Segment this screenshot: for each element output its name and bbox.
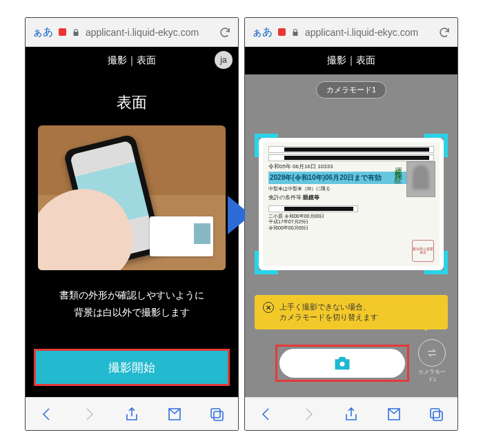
drivers-license-preview: 令和05年 06月16日 10333 2028年(令和10年)06月20日まで有… (263, 142, 440, 266)
license-address-row (268, 154, 434, 161)
camera-screen: カメラモード1 令和05年 06月16日 10333 2028年(令和10年)0… (245, 74, 457, 397)
svg-point-2 (339, 361, 345, 367)
start-capture-button[interactable]: 撮影開始 (34, 349, 230, 386)
license-type-vertical: 運転免許証 (393, 161, 404, 172)
instruction-screen: 表面 書類の外形が確認しやすいように 背景は白以外で撮影します 撮影開始 (26, 74, 238, 397)
text-size-control[interactable]: ぁあ (32, 26, 53, 39)
svg-rect-0 (211, 409, 220, 418)
forward-icon (80, 405, 98, 423)
lock-icon (72, 28, 80, 37)
license-name-row (268, 146, 434, 153)
tip-banner: ✕ 上手く撮影できない場合、 カメラモードを切り替えます (255, 295, 448, 329)
license-number-row (268, 205, 358, 212)
issuer-stamp: 愛知県公安委員会 (412, 240, 434, 262)
page-title: 表面 (26, 74, 238, 125)
license-photo (406, 161, 435, 197)
bookmarks-icon[interactable] (166, 405, 184, 423)
phone-right: ぁあ applicant-i.liquid-ekyc.com 撮影｜表面 カメラ… (244, 17, 458, 431)
svg-rect-3 (431, 409, 440, 418)
app-header: 撮影｜表面 ja (26, 47, 238, 74)
share-icon[interactable] (342, 405, 360, 423)
close-tip-icon[interactable]: ✕ (263, 302, 274, 313)
browser-url-bar: ぁあ applicant-i.liquid-ekyc.com (245, 18, 457, 47)
recording-indicator-icon (59, 28, 66, 36)
forward-icon (299, 405, 317, 423)
example-photo (38, 125, 226, 270)
app-header-title: 撮影｜表面 (327, 54, 375, 67)
tip-line: 上手く撮影できない場合、 (279, 302, 378, 312)
shutter-button[interactable] (279, 349, 405, 378)
url-text[interactable]: applicant-i.liquid-ekyc.com (305, 27, 433, 38)
tabs-icon[interactable] (208, 405, 226, 423)
camera-mode-chip: カメラモード1 (316, 81, 386, 99)
instruction-text: 書類の外形が確認しやすいように 背景は白以外で撮影します (26, 270, 238, 332)
scan-frame: 令和05年 06月16日 10333 2028年(令和10年)06月20日まで有… (257, 136, 445, 272)
bookmarks-icon[interactable] (385, 405, 403, 423)
tabs-icon[interactable] (427, 405, 445, 423)
phone-left: ぁあ applicant-i.liquid-ekyc.com 撮影｜表面 ja … (25, 17, 239, 431)
shutter-highlight (275, 345, 409, 382)
browser-url-bar: ぁあ applicant-i.liquid-ekyc.com (26, 18, 238, 47)
app-header-title: 撮影｜表面 (108, 54, 156, 67)
camera-icon (333, 355, 352, 371)
back-icon[interactable] (38, 405, 56, 423)
switch-camera-mode-button[interactable]: カメラモード1 (416, 339, 448, 383)
recording-indicator-icon (278, 28, 286, 36)
share-icon[interactable] (123, 405, 141, 423)
swap-icon (425, 346, 439, 360)
tip-line: カメラモードを切り替えます (279, 312, 378, 323)
license-history: 二小原 令和00年00月00日 平成17年07月29日 令和00年00月00日 (268, 214, 379, 231)
text-size-control[interactable]: ぁあ (252, 26, 273, 39)
back-icon[interactable] (257, 405, 275, 423)
refresh-icon[interactable] (219, 26, 231, 39)
app-header: 撮影｜表面 (245, 47, 457, 74)
id-card-illustration-icon (150, 216, 213, 256)
svg-rect-1 (214, 411, 223, 420)
url-text[interactable]: applicant-i.liquid-ekyc.com (86, 27, 213, 38)
lock-icon (291, 28, 299, 37)
browser-toolbar (245, 397, 457, 430)
refresh-icon[interactable] (438, 26, 451, 39)
browser-toolbar (26, 397, 238, 430)
language-badge[interactable]: ja (215, 51, 233, 69)
svg-rect-4 (433, 411, 442, 420)
